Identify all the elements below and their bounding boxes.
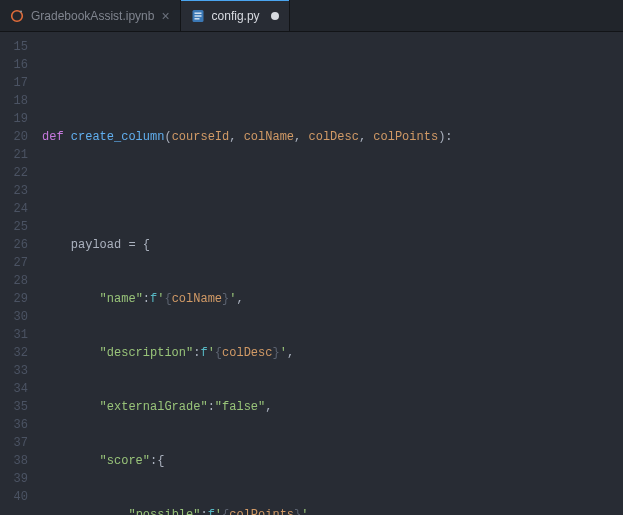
code-line: "possible":f'{colPoints}' xyxy=(42,506,623,515)
code-line: payload = { xyxy=(42,236,623,254)
code-area[interactable]: def create_column(courseId, colName, col… xyxy=(42,38,623,515)
line-number: 25 xyxy=(0,218,28,236)
line-number: 15 xyxy=(0,38,28,56)
code-line: "externalGrade":"false", xyxy=(42,398,623,416)
line-number: 22 xyxy=(0,164,28,182)
line-number: 28 xyxy=(0,272,28,290)
line-number: 24 xyxy=(0,200,28,218)
code-line xyxy=(42,74,623,92)
line-number: 20 xyxy=(0,128,28,146)
dirty-indicator-icon xyxy=(271,12,279,20)
line-number: 33 xyxy=(0,362,28,380)
tab-title: config.py xyxy=(212,9,260,23)
line-number: 26 xyxy=(0,236,28,254)
line-number: 36 xyxy=(0,416,28,434)
line-number: 29 xyxy=(0,290,28,308)
line-number: 16 xyxy=(0,56,28,74)
line-number: 40 xyxy=(0,488,28,506)
line-number: 38 xyxy=(0,452,28,470)
line-number: 23 xyxy=(0,182,28,200)
tab-title: GradebookAssist.ipynb xyxy=(31,9,154,23)
line-number: 19 xyxy=(0,110,28,128)
code-line: "name":f'{colName}', xyxy=(42,290,623,308)
line-number: 32 xyxy=(0,344,28,362)
code-editor[interactable]: 1516171819202122232425262728293031323334… xyxy=(0,32,623,515)
line-number: 27 xyxy=(0,254,28,272)
code-line: "description":f'{colDesc}', xyxy=(42,344,623,362)
line-number: 35 xyxy=(0,398,28,416)
line-number: 21 xyxy=(0,146,28,164)
svg-point-1 xyxy=(20,10,22,12)
line-number: 37 xyxy=(0,434,28,452)
jupyter-icon xyxy=(10,9,24,23)
tab-bar: GradebookAssist.ipynb × config.py xyxy=(0,0,623,32)
svg-rect-3 xyxy=(194,12,201,13)
line-number: 39 xyxy=(0,470,28,488)
svg-rect-5 xyxy=(194,18,199,19)
close-icon[interactable]: × xyxy=(161,9,169,23)
line-number: 18 xyxy=(0,92,28,110)
line-number: 31 xyxy=(0,326,28,344)
tab-gradebookassist[interactable]: GradebookAssist.ipynb × xyxy=(0,0,181,31)
line-number: 17 xyxy=(0,74,28,92)
tab-config[interactable]: config.py xyxy=(181,0,290,31)
code-line xyxy=(42,182,623,200)
code-line: "score":{ xyxy=(42,452,623,470)
python-file-icon xyxy=(191,9,205,23)
line-number: 30 xyxy=(0,308,28,326)
line-number: 34 xyxy=(0,380,28,398)
line-number-gutter: 1516171819202122232425262728293031323334… xyxy=(0,38,42,515)
code-line: def create_column(courseId, colName, col… xyxy=(42,128,623,146)
svg-rect-4 xyxy=(194,15,201,16)
